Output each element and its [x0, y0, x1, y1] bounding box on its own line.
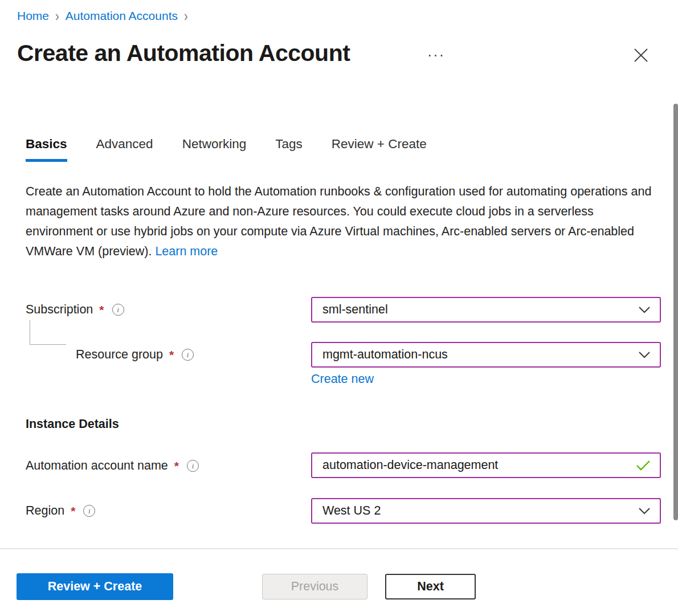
resource-group-dropdown[interactable]: mgmt-automation-ncus [311, 342, 661, 368]
required-asterisk: * [70, 504, 75, 518]
learn-more-link[interactable]: Learn more [155, 244, 218, 258]
resource-group-label-row: Resource group* i [76, 348, 194, 362]
chevron-right-icon: › [55, 8, 59, 25]
next-button[interactable]: Next [385, 574, 476, 599]
more-menu-ellipsis-icon[interactable]: ··· [427, 47, 445, 63]
account-name-label: Automation account name [26, 459, 168, 473]
resource-group-value: mgmt-automation-ncus [322, 348, 632, 362]
chevron-down-icon [638, 306, 651, 313]
required-asterisk: * [168, 348, 174, 362]
region-label-row: Region* i [26, 504, 95, 518]
tab-networking[interactable]: Networking [182, 137, 247, 162]
breadcrumb-automation-accounts-link[interactable]: Automation Accounts [66, 9, 178, 23]
tab-tags[interactable]: Tags [275, 137, 303, 162]
subscription-label: Subscription [26, 303, 93, 317]
description-text: Create an Automation Account to hold the… [26, 185, 651, 258]
page-description: Create an Automation Account to hold the… [26, 182, 652, 262]
breadcrumb: Home › Automation Accounts › [17, 9, 188, 23]
info-icon[interactable]: i [112, 304, 124, 316]
resource-group-label: Resource group [76, 348, 163, 362]
resource-group-connector-line [30, 320, 66, 345]
valid-check-icon [636, 460, 651, 471]
account-name-label-row: Automation account name* i [26, 459, 199, 473]
create-new-link[interactable]: Create new [311, 372, 374, 386]
required-asterisk: * [173, 459, 179, 473]
required-asterisk: * [98, 303, 104, 317]
tab-bar: Basics Advanced Networking Tags Review +… [26, 137, 427, 162]
close-x-glyph [632, 47, 650, 64]
region-value: West US 2 [322, 504, 632, 518]
info-icon[interactable]: i [187, 460, 199, 472]
info-icon[interactable]: i [83, 505, 95, 517]
instance-details-heading: Instance Details [26, 417, 119, 431]
chevron-right-icon: › [184, 8, 188, 25]
subscription-dropdown[interactable]: sml-sentinel [311, 297, 661, 323]
subscription-value: sml-sentinel [322, 303, 632, 317]
subscription-label-row: Subscription* i [26, 303, 124, 317]
footer-divider [0, 548, 678, 549]
account-name-input[interactable]: automation-device-management [311, 452, 661, 478]
region-label: Region [26, 504, 64, 518]
vertical-scrollbar-thumb[interactable] [673, 104, 678, 520]
chevron-down-icon [638, 351, 651, 358]
tab-advanced[interactable]: Advanced [96, 137, 153, 162]
tab-basics[interactable]: Basics [26, 137, 67, 162]
previous-button[interactable]: Previous [262, 574, 367, 599]
info-icon[interactable]: i [182, 349, 194, 361]
page-title: Create an Automation Account [17, 40, 350, 67]
review-create-button[interactable]: Review + Create [17, 573, 173, 600]
breadcrumb-home-link[interactable]: Home [17, 9, 49, 23]
close-icon[interactable] [632, 47, 650, 66]
account-name-value: automation-device-management [322, 458, 630, 472]
chevron-down-icon [638, 507, 651, 515]
tab-review-create[interactable]: Review + Create [332, 137, 427, 162]
region-dropdown[interactable]: West US 2 [311, 498, 661, 524]
